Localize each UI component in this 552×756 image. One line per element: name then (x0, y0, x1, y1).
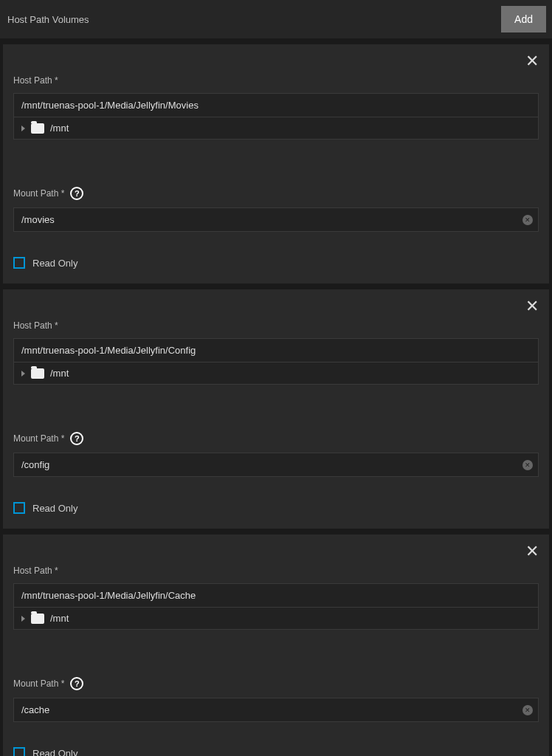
folder-picker-row[interactable]: /mnt (13, 608, 539, 630)
label-text: Mount Path * (13, 188, 64, 199)
expand-icon[interactable] (21, 371, 25, 377)
help-icon[interactable]: ? (70, 187, 83, 200)
mount-path-label: Mount Path * ? (13, 677, 539, 690)
mount-path-field: Mount Path * ? ✕ (13, 677, 539, 722)
mount-path-label: Mount Path * ? (13, 187, 539, 200)
host-path-field: Host Path * /mnt (13, 320, 539, 385)
mount-path-input[interactable] (13, 453, 539, 477)
label-text: Host Path * (13, 320, 58, 331)
host-path-input[interactable] (13, 338, 539, 362)
expand-icon[interactable] (21, 616, 25, 622)
clear-icon[interactable]: ✕ (522, 460, 533, 470)
folder-picker-row[interactable]: /mnt (13, 117, 539, 140)
read-only-checkbox[interactable] (13, 747, 25, 756)
mount-path-field: Mount Path * ? ✕ (13, 187, 539, 232)
folder-picker-row[interactable]: /mnt (13, 362, 539, 385)
read-only-label: Read Only (32, 258, 77, 269)
read-only-row: Read Only (13, 257, 539, 269)
host-path-field: Host Path * /mnt (13, 566, 539, 630)
folder-root-label: /mnt (50, 368, 69, 379)
read-only-checkbox[interactable] (13, 257, 25, 269)
host-path-field: Host Path * /mnt (13, 75, 539, 140)
close-icon[interactable]: ✕ (525, 543, 539, 560)
read-only-row: Read Only (13, 747, 539, 756)
help-icon[interactable]: ? (70, 677, 83, 690)
close-icon[interactable]: ✕ (525, 53, 539, 69)
section-title: Host Path Volumes (7, 14, 89, 25)
read-only-label: Read Only (32, 503, 77, 514)
host-path-label: Host Path * (13, 320, 539, 331)
label-text: Mount Path * (13, 678, 64, 689)
read-only-checkbox[interactable] (13, 502, 25, 514)
read-only-label: Read Only (32, 748, 77, 757)
label-text: Host Path * (13, 75, 58, 86)
clear-icon[interactable]: ✕ (522, 215, 533, 225)
label-text: Mount Path * (13, 433, 64, 444)
host-path-label: Host Path * (13, 566, 539, 576)
section-header: Host Path Volumes Add (0, 0, 552, 38)
expand-icon[interactable] (21, 126, 25, 131)
label-text: Host Path * (13, 566, 58, 576)
read-only-row: Read Only (13, 502, 539, 514)
folder-root-label: /mnt (50, 123, 69, 134)
host-path-label: Host Path * (13, 75, 539, 86)
volume-card: ✕ Host Path * /mnt Mount Path * ? ✕ Read… (3, 289, 549, 529)
host-path-input[interactable] (13, 93, 539, 117)
mount-path-input[interactable] (13, 207, 539, 232)
mount-path-label: Mount Path * ? (13, 432, 539, 445)
help-icon[interactable]: ? (70, 432, 83, 445)
folder-root-label: /mnt (50, 613, 69, 624)
volume-card: ✕ Host Path * /mnt Mount Path * ? ✕ Read… (3, 44, 549, 284)
folder-icon (31, 368, 44, 379)
volume-card: ✕ Host Path * /mnt Mount Path * ? ✕ Read… (3, 535, 549, 756)
close-icon[interactable]: ✕ (525, 298, 539, 315)
folder-icon (31, 614, 44, 624)
mount-path-field: Mount Path * ? ✕ (13, 432, 539, 477)
add-button[interactable]: Add (501, 6, 546, 32)
mount-path-input[interactable] (13, 698, 539, 722)
clear-icon[interactable]: ✕ (522, 705, 533, 715)
host-path-input[interactable] (13, 583, 539, 608)
folder-icon (31, 123, 44, 134)
